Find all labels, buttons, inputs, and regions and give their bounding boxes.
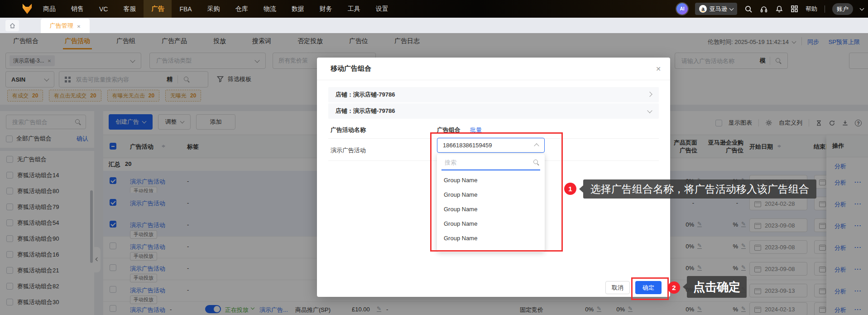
tab-bar: 广告管理: [0, 18, 868, 34]
ai-assistant-badge[interactable]: AI: [676, 3, 688, 15]
modal-campaign-name: 演示广告活动: [331, 146, 366, 155]
account-label: 账户: [837, 5, 849, 13]
nav-item-settings[interactable]: 设置: [368, 0, 396, 18]
nav-item-sales[interactable]: 销售: [63, 0, 91, 18]
step-2-marker: 2: [668, 281, 680, 294]
modal-title: 移动广告组合: [331, 64, 371, 73]
amazon-icon: a: [699, 5, 707, 13]
annotation-box-dropdown: [430, 132, 563, 252]
store-label: 店铺：演示店铺-79786: [336, 107, 395, 115]
nav-item-data[interactable]: 数据: [284, 0, 312, 18]
nav-item-purchase[interactable]: 采购: [200, 0, 228, 18]
modal-close-icon[interactable]: [656, 63, 661, 73]
divider: [317, 80, 670, 80]
chevron-down-icon: [729, 6, 734, 10]
account-menu[interactable]: 账户: [832, 3, 853, 15]
marketplace-switcher[interactable]: a 亚马逊: [695, 3, 737, 15]
home-button[interactable]: [5, 20, 19, 31]
nav-item-service[interactable]: 客服: [115, 0, 144, 18]
top-nav: 商品 销售 VC 客服 广告 FBA 采购 仓库 物流 数据 财务 工具 设置 …: [0, 0, 868, 18]
step-2-tooltip: 点击确定: [687, 276, 747, 298]
step-1-tooltip: 选择广告组合名称，将广告活动移入该广告组合: [583, 179, 816, 199]
step-1-text: 选择广告组合名称，将广告活动移入该广告组合: [590, 182, 809, 196]
store-accordion-collapsed[interactable]: 店铺：演示店铺-79786: [328, 87, 659, 102]
nav-item-tools[interactable]: 工具: [340, 0, 368, 18]
apps-grid-icon[interactable]: [791, 5, 798, 13]
nav-item-logistics[interactable]: 物流: [256, 0, 284, 18]
headset-icon[interactable]: [760, 5, 768, 13]
tab-ad-management[interactable]: 广告管理: [41, 19, 90, 33]
nav-item-products[interactable]: 商品: [35, 0, 63, 18]
store-label: 店铺：演示店铺-79786: [336, 91, 395, 99]
annotation-box-confirm: [631, 277, 669, 300]
nav-item-vc[interactable]: VC: [91, 0, 115, 18]
nav-item-warehouse[interactable]: 仓库: [228, 0, 256, 18]
nav-item-fba[interactable]: FBA: [172, 0, 199, 18]
nav-item-ads[interactable]: 广告: [144, 0, 172, 18]
store-accordion-expanded[interactable]: 店铺：演示店铺-79786: [328, 103, 659, 119]
app-screen: 商品 销售 VC 客服 广告 FBA 采购 仓库 物流 数据 财务 工具 设置 …: [0, 0, 868, 315]
chevron-right-icon: [647, 92, 652, 97]
divider: [825, 5, 825, 13]
col-campaign-name: 广告活动名称: [331, 126, 366, 134]
help-link[interactable]: 帮助: [806, 5, 817, 13]
search-icon[interactable]: [744, 5, 753, 13]
step-1-marker: 1: [564, 183, 576, 195]
tab-close-icon[interactable]: [77, 23, 81, 29]
app-logo-icon[interactable]: [21, 3, 34, 15]
cancel-button[interactable]: 取消: [605, 281, 630, 294]
step-2-text: 点击确定: [693, 279, 740, 295]
marketplace-label: 亚马逊: [710, 5, 727, 13]
chevron-down-icon: [647, 108, 652, 113]
notifications-bell-icon[interactable]: [775, 5, 783, 13]
cancel-label: 取消: [612, 284, 623, 292]
nav-item-finance[interactable]: 财务: [312, 0, 340, 18]
tab-label: 广告管理: [50, 22, 73, 30]
account-chevron-icon[interactable]: [860, 6, 864, 10]
